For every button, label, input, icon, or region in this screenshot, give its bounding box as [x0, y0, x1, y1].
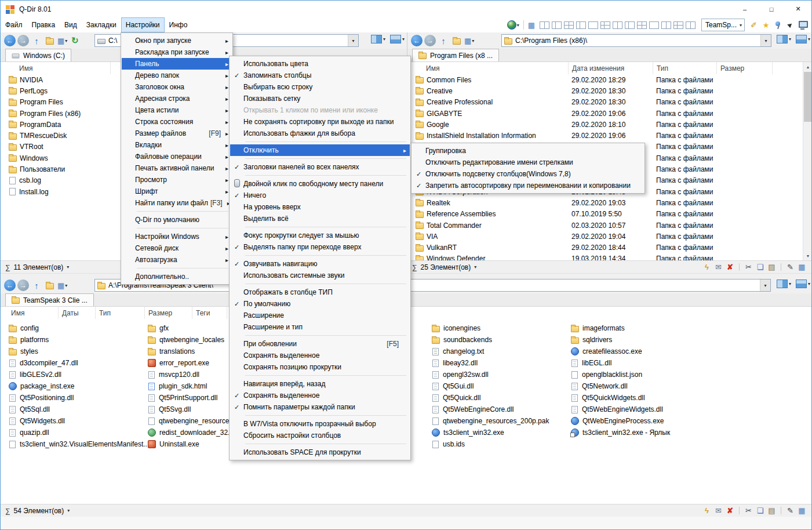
menu-item[interactable]: Панель ▸: [122, 58, 232, 70]
menu-item[interactable]: [122, 266, 232, 271]
menu-item[interactable]: Цвета истили ▸: [122, 104, 232, 116]
menubar-item[interactable]: Правка: [27, 17, 60, 32]
menu-item[interactable]: Окно при запуске ▸: [122, 35, 232, 46]
parent-folder-button[interactable]: [44, 37, 56, 45]
file-item[interactable]: Qt5Widgets.dll: [9, 415, 147, 427]
pane-layout-icon[interactable]: [625, 21, 635, 29]
grid-view-button[interactable]: ▦: [527, 20, 536, 30]
menu-item[interactable]: Сохранять позицию прокрутки: [230, 361, 410, 373]
column-header-name[interactable]: Имя: [407, 62, 569, 74]
toolbar-icon[interactable]: [773, 20, 784, 30]
status-icon[interactable]: [739, 507, 740, 514]
column-header-dates[interactable]: Даты: [59, 307, 96, 319]
file-row[interactable]: Windows Defender 19.03.2019 14:34 Папка …: [407, 253, 812, 260]
file-item[interactable]: Qt5Network.dll: [571, 380, 709, 392]
pane-layout-icon[interactable]: [661, 21, 671, 29]
status-icon[interactable]: [713, 506, 723, 515]
pane-view-button[interactable]: ▾: [796, 279, 810, 288]
views-button[interactable]: ▦▾: [464, 37, 474, 45]
menu-item[interactable]: Q-Dir по умолчанию: [122, 214, 232, 226]
status-icon[interactable]: [725, 506, 735, 515]
address-dropdown-button[interactable]: ▾: [348, 35, 358, 46]
toolbar-icon[interactable]: [797, 20, 808, 30]
status-icon[interactable]: [785, 263, 795, 271]
menu-item[interactable]: Размер файлов [F9] ▸: [122, 128, 232, 139]
menu-item[interactable]: [230, 373, 410, 378]
status-icon[interactable]: [725, 263, 735, 271]
menu-item[interactable]: Расширение: [230, 310, 410, 321]
menu-item[interactable]: ✓ Сохранять выделенное: [230, 390, 410, 401]
menu-item[interactable]: Отображать в столбце ТИП: [230, 286, 410, 298]
file-item[interactable]: styles: [9, 346, 147, 357]
file-item[interactable]: Qt5Gui.dll: [432, 380, 570, 392]
status-icon[interactable]: [739, 263, 740, 271]
toolbar-icon[interactable]: [748, 20, 759, 30]
pane-layout-icon[interactable]: [540, 21, 549, 29]
menu-item[interactable]: Шрифт ▸: [122, 186, 232, 197]
scroll-up-button[interactable]: ▲: [803, 62, 812, 71]
file-item[interactable]: opengl32sw.dll: [432, 369, 570, 380]
menu-item[interactable]: Фокус прокрутки следует за мышью: [230, 230, 410, 241]
tab-program-files-x86[interactable]: Program Files (x8 ...: [412, 49, 499, 61]
file-row[interactable]: Total Commander 02.03.2020 10:57 Папка с…: [407, 220, 812, 231]
pane-layout-icon[interactable]: [613, 21, 622, 29]
menu-item[interactable]: [230, 224, 410, 230]
scroll-thumb[interactable]: [804, 72, 812, 122]
teamspeak-profile-combo[interactable]: TeamSp... ▾: [701, 19, 745, 31]
status-icon[interactable]: [797, 263, 807, 271]
menu-item[interactable]: [230, 173, 410, 178]
status-icon[interactable]: [702, 263, 712, 271]
file-item[interactable]: quazip.dll: [9, 427, 147, 438]
status-icon[interactable]: [781, 507, 781, 514]
menu-item[interactable]: Выделить всё: [230, 213, 410, 224]
menu-item[interactable]: Навигация вперёд, назад: [230, 378, 410, 390]
menu-item[interactable]: Не сохранять сортировку при выходе из па…: [230, 116, 410, 128]
up-button[interactable]: ↑: [31, 35, 42, 46]
file-row[interactable]: VulkanRT 29.02.2020 18:44 Папка с файлам…: [407, 242, 812, 253]
file-item[interactable]: libEGL.dll: [571, 357, 709, 369]
status-icon[interactable]: [767, 506, 777, 515]
menu-item[interactable]: Просмотр ▸: [122, 174, 232, 186]
menu-item[interactable]: ✓ По умолчанию: [230, 298, 410, 310]
menu-item[interactable]: ✓ Ничего: [230, 190, 410, 201]
parent-folder-button[interactable]: [44, 282, 56, 289]
column-header-type[interactable]: Тип: [96, 307, 145, 319]
menu-item[interactable]: Дополнительно..: [122, 271, 232, 282]
menu-item[interactable]: ✓ Запретить автосортировку при переимено…: [412, 180, 644, 191]
back-button[interactable]: ←: [411, 35, 423, 46]
menubar-item[interactable]: Вид: [60, 17, 82, 32]
file-row[interactable]: Realtek 29.02.2020 19:03 Папка с файлами: [407, 197, 812, 208]
up-button[interactable]: ↑: [31, 279, 42, 291]
scroll-down-button[interactable]: ▼: [803, 251, 812, 260]
pane-layout-icon[interactable]: [552, 21, 562, 29]
count-dropdown[interactable]: ▾: [67, 264, 69, 270]
parent-folder-button[interactable]: [451, 37, 463, 45]
column-header-size[interactable]: Размер: [717, 62, 773, 74]
count-dropdown[interactable]: ▾: [67, 508, 70, 513]
status-icon[interactable]: [713, 263, 723, 271]
file-item[interactable]: platforms: [9, 334, 147, 346]
menu-item[interactable]: Файловые операции ▸: [122, 151, 232, 162]
file-item[interactable]: openglblacklist.json: [571, 369, 709, 380]
pane-layout-icon[interactable]: [649, 21, 659, 29]
menubar-item[interactable]: Файл: [1, 17, 27, 32]
pane-view-button[interactable]: ▾: [777, 35, 791, 43]
menu-item[interactable]: ✓ Выделять папку при переходе вверх: [230, 241, 410, 253]
column-header-name[interactable]: Имя: [1, 62, 111, 74]
minimize-button[interactable]: –: [731, 1, 758, 17]
column-header-tags[interactable]: Теги: [192, 307, 227, 319]
menubar-item[interactable]: Закладки: [82, 17, 121, 32]
menu-item[interactable]: [230, 139, 410, 144]
file-item[interactable]: imageformats: [571, 322, 709, 334]
status-icon[interactable]: [702, 506, 712, 515]
tab-windows-c[interactable]: Windows (C:): [5, 49, 71, 61]
pane-view-button[interactable]: ▾: [777, 279, 791, 288]
menu-item[interactable]: Строка состояния ▸: [122, 116, 232, 128]
file-row[interactable]: Creative 29.02.2020 18:30 Папка с файлам…: [407, 85, 812, 96]
file-item[interactable]: d3dcompiler_47.dll: [9, 357, 147, 369]
file-item[interactable]: qtwebengine_resources_200p.pak: [432, 415, 570, 427]
file-item[interactable]: Qt5QuickWidgets.dll: [571, 392, 709, 404]
menu-item[interactable]: Сетевой диск ▸: [122, 242, 232, 254]
file-row[interactable]: VIA 29.02.2020 19:04 Папка с файлами: [407, 231, 812, 242]
menu-item[interactable]: При обновлении [F5]: [230, 338, 410, 350]
